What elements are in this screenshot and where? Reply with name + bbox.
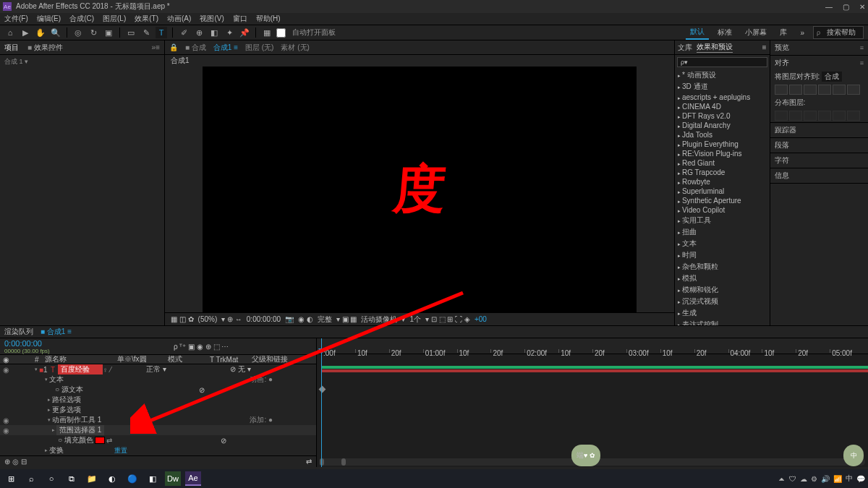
dreamweaver-icon[interactable]: Dw [165,471,181,486]
align-right-icon[interactable] [804,85,817,95]
effects-tree[interactable]: * 动画预设3D 通道aescripts + aepluginsCINEMA 4… [675,69,770,325]
playhead[interactable] [321,338,322,467]
effect-category[interactable]: Plugin Everything [675,140,770,149]
align-panel[interactable]: 对齐 [775,58,789,68]
fill-color-prop[interactable]: ○ 填充颜色 [58,435,93,445]
shape-tool-icon[interactable]: ▭ [125,27,137,38]
effect-category[interactable]: 时间 [675,249,770,261]
menu-effect[interactable]: 效果(T) [135,14,158,24]
brush-tool-icon[interactable]: ✐ [178,27,190,38]
effect-category[interactable]: Superluminal [675,187,770,196]
lock-icon[interactable]: 🔒 [169,43,178,51]
cortana-icon[interactable]: ○ [43,471,59,486]
align-top-icon[interactable] [818,85,831,95]
type-tool-icon[interactable]: T [156,27,167,38]
menu-help[interactable]: 帮助(H) [256,14,281,24]
effect-category[interactable]: RE:Vision Plug-ins [675,149,770,158]
tab-effects-presets[interactable]: 效果和预设 [697,42,733,53]
auto-open-checkbox[interactable] [276,28,286,38]
preview-panel[interactable]: 预览 [775,43,789,53]
align-vcenter-icon[interactable] [833,85,846,95]
keyframe-icon[interactable] [319,386,326,393]
notifications-icon[interactable]: 💬 [856,475,865,483]
prop-text[interactable]: 文本 [49,374,64,385]
menu-edit[interactable]: 编辑(E) [37,14,61,24]
effect-category[interactable]: 模拟 [675,273,770,284]
close-button[interactable]: ✕ [859,3,865,11]
effect-category[interactable]: Jda Tools [675,130,770,140]
orbit-tool-icon[interactable]: ◎ [72,27,84,38]
effect-category[interactable]: CINEMA 4D [675,102,770,111]
maximize-button[interactable]: ▢ [843,3,849,11]
effect-category[interactable]: aescripts + aeplugins [675,93,770,102]
app-icon[interactable]: 🔵 [124,471,140,486]
menu-view[interactable]: 视图(V) [200,14,224,24]
panel-menu-icon[interactable]: ≡ [762,43,767,51]
selection-tool-icon[interactable]: ▶ [20,27,31,38]
col-source[interactable]: 源名称 [45,354,117,364]
animator-group[interactable]: 动画制作工具 1 [52,415,101,425]
aftereffects-icon[interactable]: Ae [185,471,201,486]
tab-library[interactable]: 文库 [678,43,692,53]
align-left-icon[interactable] [775,85,788,95]
effect-category[interactable]: 表达式控制 [675,319,770,325]
puppet-tool-icon[interactable]: 📌 [239,27,250,38]
tray-icon[interactable]: ⚙ [811,475,817,483]
align-hcenter-icon[interactable] [789,85,802,95]
menu-file[interactable]: 文件(F) [4,14,28,24]
fill-color-swatch[interactable] [95,437,105,444]
search-icon[interactable]: ⌕ [23,471,39,486]
explorer-icon[interactable]: 📁 [84,471,100,486]
tray-icon[interactable]: ☁ [800,475,807,483]
effect-category[interactable]: 实用工具 [675,215,770,226]
zoom-tool-icon[interactable]: 🔍 [50,27,61,38]
effects-search[interactable]: ρ▾ [677,57,767,67]
timeline-search-icons[interactable]: ρ ᵀ⁺ ▣ ◉ ⊕ ⬚ ⋯ [174,343,229,351]
effect-category[interactable]: Video Copilot [675,205,770,215]
panel-menu-icon[interactable]: »≡ [152,43,160,51]
camera-select[interactable]: 活动摄像机 [361,314,397,325]
menu-anim[interactable]: 动画(A) [167,14,191,24]
visibility-icon[interactable]: ◉ [1,366,10,374]
effect-category[interactable]: Synthetic Aperture [675,196,770,205]
prop-source-text[interactable]: ○ 源文本 [55,385,83,395]
resolution[interactable]: 完整 [318,314,332,325]
toggle-modes-icon[interactable]: ⇄ [306,458,312,466]
tray-icon[interactable]: ⏶ [778,475,786,483]
bubble-b[interactable]: 中 [843,445,864,466]
tray-icon[interactable]: 🛡 [789,475,796,483]
align-bottom-icon[interactable] [847,85,860,95]
current-timecode[interactable]: 0:00:00:00 [4,339,312,348]
ws-small[interactable]: 小屏幕 [741,26,771,39]
eraser-tool-icon[interactable]: ◧ [208,27,220,38]
effect-category[interactable]: RG Trapcode [675,168,770,177]
app-icon[interactable]: ◐ [104,471,120,486]
character-panel[interactable]: 字符 [775,155,789,166]
tab-effect-controls[interactable]: ■ 效果控件 [27,43,63,53]
camera-tool-icon[interactable]: ▣ [103,27,114,38]
tab-comp1[interactable]: ■ 合成1 ≡ [41,327,72,337]
blend-mode[interactable]: 正常 ▾ [146,364,188,374]
roto-tool-icon[interactable]: ✦ [224,27,235,38]
project-item[interactable]: 合成 1 ▾ [0,55,164,69]
col-mode[interactable]: 模式 [168,354,210,364]
rotate-tool-icon[interactable]: ↻ [88,27,99,38]
effect-category[interactable]: * 动画预设 [675,69,770,81]
exposure[interactable]: +00 [475,315,487,323]
minimize-button[interactable]: — [825,3,833,11]
views-select[interactable]: 1个 [409,314,421,325]
home-tool-icon[interactable]: ⌂ [4,27,16,38]
layer-tab[interactable]: 图层 (无) [245,43,273,53]
effect-category[interactable]: 文本 [675,238,770,249]
effect-category[interactable]: 生成 [675,307,770,319]
ws-default[interactable]: 默认 [686,25,709,40]
stamp-tool-icon[interactable]: ⊕ [193,27,205,38]
transform-prop[interactable]: 变换 [49,445,64,455]
col-trkmat[interactable]: T TrkMat [210,356,252,364]
ws-more-icon[interactable]: » [796,27,809,38]
reset-link[interactable]: 重置 [64,446,127,455]
info-panel[interactable]: 信息 [775,171,789,181]
ws-standard[interactable]: 标准 [713,26,736,39]
pen-tool-icon[interactable]: ✎ [140,27,152,38]
menu-layer[interactable]: 图层(L) [103,14,126,24]
